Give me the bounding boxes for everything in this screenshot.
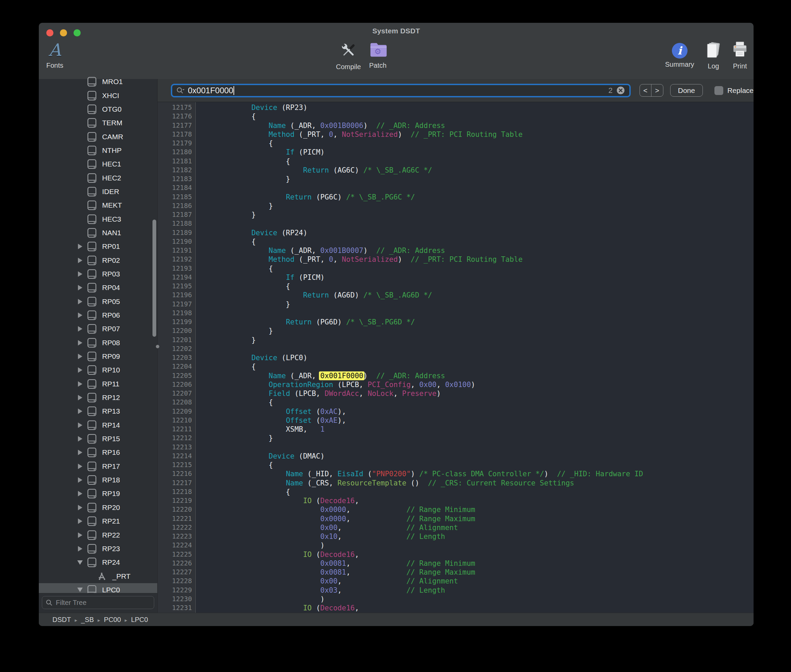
- sidebar-item-camr[interactable]: CAMR: [39, 130, 157, 143]
- disclosure-right-icon[interactable]: [74, 422, 86, 428]
- sidebar-item-rp01[interactable]: RP01: [39, 240, 157, 253]
- disclosure-right-icon[interactable]: [74, 505, 86, 510]
- sidebar-item-label: RP22: [102, 531, 120, 539]
- disclosure-right-icon[interactable]: [74, 450, 86, 455]
- disclosure-right-icon[interactable]: [74, 395, 86, 400]
- breadcrumb-item-_sb[interactable]: _SB: [81, 616, 94, 623]
- disclosure-right-icon[interactable]: [74, 436, 86, 442]
- code-line: Field (LPCB, DWordAcc, NoLock, Preserve): [200, 389, 754, 398]
- sidebar-item-label: RP10: [102, 366, 120, 374]
- sidebar-item-term[interactable]: TERM: [39, 116, 157, 130]
- sidebar-scrollbar[interactable]: [152, 219, 156, 337]
- done-button[interactable]: Done: [670, 84, 703, 97]
- sidebar-item-rp05[interactable]: RP05: [39, 295, 157, 309]
- disclosure-right-icon[interactable]: [74, 367, 86, 373]
- device-icon: [86, 200, 98, 210]
- disclosure-right-icon[interactable]: [74, 244, 86, 249]
- sidebar-item-label: RP05: [102, 298, 120, 306]
- disclosure-right-icon[interactable]: [74, 258, 86, 263]
- sidebar-item-rp08[interactable]: RP08: [39, 336, 157, 350]
- disclosure-right-icon[interactable]: [74, 477, 86, 483]
- disclosure-right-icon[interactable]: [74, 299, 86, 304]
- disclosure-right-icon[interactable]: [74, 464, 86, 469]
- filter-tree-input[interactable]: Filter Tree: [42, 596, 154, 609]
- sidebar-item-rp13[interactable]: RP13: [39, 405, 157, 418]
- sidebar-tree: MRO1XHCIOTG0TERMCAMRNTHPHEC1HEC2IDERMEKT…: [39, 75, 157, 593]
- sidebar-item-xhci[interactable]: XHCI: [39, 88, 157, 102]
- sidebar-item-rp12[interactable]: RP12: [39, 391, 157, 405]
- print-button[interactable]: Print: [732, 41, 748, 70]
- disclosure-right-icon[interactable]: [74, 354, 86, 359]
- sidebar-item-hec2[interactable]: HEC2: [39, 171, 157, 184]
- sidebar-item-lpc0[interactable]: LPC0: [39, 583, 157, 593]
- sidebar-item-rp14[interactable]: RP14: [39, 418, 157, 432]
- sidebar-item-_prt[interactable]: _PRT: [39, 569, 157, 583]
- sidebar-item-rp11[interactable]: RP11: [39, 377, 157, 391]
- device-icon: [86, 146, 98, 155]
- disclosure-right-icon[interactable]: [74, 271, 86, 277]
- fonts-button[interactable]: A Fonts: [46, 40, 63, 69]
- disclosure-right-icon[interactable]: [74, 340, 86, 346]
- sidebar-item-rp07[interactable]: RP07: [39, 322, 157, 336]
- patch-button[interactable]: ⚙ Patch: [369, 41, 387, 69]
- disclosure-right-icon[interactable]: [74, 381, 86, 387]
- splitter-handle[interactable]: [156, 345, 159, 348]
- sidebar-item-rp19[interactable]: RP19: [39, 487, 157, 501]
- breadcrumb-separator-icon: ▸: [125, 617, 127, 623]
- content: MRO1XHCIOTG0TERMCAMRNTHPHEC1HEC2IDERMEKT…: [39, 79, 754, 613]
- breadcrumb-item-dsdt[interactable]: DSDT: [53, 616, 71, 623]
- sidebar-item-nthp[interactable]: NTHP: [39, 144, 157, 157]
- sidebar-item-rp18[interactable]: RP18: [39, 473, 157, 487]
- find-next-button[interactable]: >: [652, 85, 663, 96]
- code-line: XSMB, 1: [200, 425, 754, 434]
- disclosure-right-icon[interactable]: [74, 533, 86, 538]
- replace-checkbox[interactable]: [714, 86, 723, 95]
- disclosure-right-icon[interactable]: [74, 408, 86, 414]
- log-button[interactable]: Log: [705, 41, 722, 70]
- sidebar-item-mekt[interactable]: MEKT: [39, 198, 157, 212]
- sidebar-item-nan1[interactable]: NAN1: [39, 226, 157, 240]
- sidebar-item-rp02[interactable]: RP02: [39, 253, 157, 267]
- sidebar-item-rp16[interactable]: RP16: [39, 446, 157, 459]
- code-editor[interactable]: 1217512176121771217812179121801218112182…: [158, 102, 754, 613]
- sidebar-item-hec1[interactable]: HEC1: [39, 157, 157, 171]
- compile-button[interactable]: Compile: [336, 41, 361, 71]
- sidebar-item-otg0[interactable]: OTG0: [39, 102, 157, 116]
- line-number: 12185: [158, 193, 195, 202]
- sidebar-item-rp24[interactable]: RP24: [39, 555, 157, 569]
- sidebar-item-ider[interactable]: IDER: [39, 185, 157, 198]
- sidebar-item-rp10[interactable]: RP10: [39, 363, 157, 377]
- sidebar-item-rp03[interactable]: RP03: [39, 267, 157, 281]
- disclosure-right-icon[interactable]: [74, 285, 86, 290]
- device-icon: [86, 310, 98, 320]
- titlebar[interactable]: System DSDT: [39, 23, 754, 38]
- sidebar-item-rp20[interactable]: RP20: [39, 501, 157, 514]
- breadcrumb-item-lpc0[interactable]: LPC0: [131, 616, 148, 623]
- disclosure-right-icon[interactable]: [74, 546, 86, 552]
- code-content[interactable]: Device (RP23) { Name (_ADR, 0x001B0006) …: [196, 102, 754, 613]
- sidebar-item-rp23[interactable]: RP23: [39, 542, 157, 555]
- search-menu-icon[interactable]: [176, 86, 185, 94]
- disclosure-down-icon[interactable]: [74, 587, 86, 592]
- clear-search-icon[interactable]: [616, 86, 625, 95]
- search-input[interactable]: 0x001F0000 2: [171, 84, 631, 98]
- sidebar-item-rp21[interactable]: RP21: [39, 514, 157, 528]
- sidebar-item-label: CAMR: [102, 133, 123, 141]
- sidebar-item-mro1[interactable]: MRO1: [39, 75, 157, 88]
- summary-button[interactable]: i Summary: [665, 41, 694, 69]
- disclosure-down-icon[interactable]: [74, 560, 86, 565]
- breadcrumb-item-pc00[interactable]: PC00: [104, 616, 121, 623]
- disclosure-right-icon[interactable]: [74, 312, 86, 318]
- sidebar-item-rp04[interactable]: RP04: [39, 281, 157, 294]
- sidebar-item-rp15[interactable]: RP15: [39, 432, 157, 446]
- sidebar-item-hec3[interactable]: HEC3: [39, 212, 157, 226]
- disclosure-right-icon[interactable]: [74, 518, 86, 524]
- sidebar-item-rp09[interactable]: RP09: [39, 350, 157, 363]
- disclosure-right-icon[interactable]: [74, 326, 86, 331]
- find-previous-button[interactable]: <: [640, 85, 652, 96]
- disclosure-right-icon[interactable]: [74, 491, 86, 496]
- sidebar-item-rp17[interactable]: RP17: [39, 459, 157, 473]
- sidebar-item-rp22[interactable]: RP22: [39, 528, 157, 542]
- sidebar-item-rp06[interactable]: RP06: [39, 309, 157, 322]
- replace-toggle: Replace: [710, 86, 754, 95]
